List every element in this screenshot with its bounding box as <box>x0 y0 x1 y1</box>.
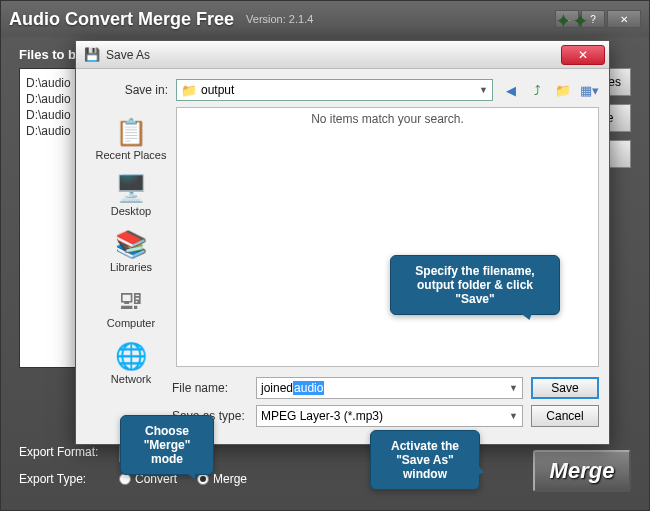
chevron-down-icon[interactable]: ▼ <box>509 383 518 393</box>
place-computer[interactable]: 🖳 Computer <box>86 279 176 333</box>
chevron-down-icon: ▼ <box>479 85 488 95</box>
cancel-button[interactable]: Cancel <box>531 405 599 427</box>
place-recent[interactable]: 📋 Recent Places <box>86 111 176 165</box>
radio-merge-label: Merge <box>213 472 247 486</box>
places-bar: 📋 Recent Places 🖥️ Desktop 📚 Libraries 🖳… <box>86 107 176 367</box>
callout-activate-saveas: Activate the "Save As" window <box>370 430 480 490</box>
dialog-close-button[interactable]: ✕ <box>561 45 605 65</box>
decoration-stars: ✦✦ <box>555 9 589 33</box>
save-as-dialog: 💾 Save As ✕ Save in: 📁 output ▼ ◀ ⤴ 📁 ▦▾… <box>75 40 610 445</box>
app-version: Version: 2.1.4 <box>246 13 313 25</box>
recent-places-icon: 📋 <box>112 115 150 149</box>
save-in-value: output <box>201 83 234 97</box>
save-icon: 💾 <box>84 47 100 63</box>
place-desktop[interactable]: 🖥️ Desktop <box>86 167 176 221</box>
callout-choose-merge: Choose "Merge" mode <box>120 415 214 475</box>
callout-specify-filename: Specify the filename, output folder & cl… <box>390 255 560 315</box>
export-type-label: Export Type: <box>19 472 109 486</box>
save-in-label: Save in: <box>86 83 168 97</box>
app-title: Audio Convert Merge Free <box>9 9 234 30</box>
save-in-combo[interactable]: 📁 output ▼ <box>176 79 493 101</box>
savetype-select[interactable]: MPEG Layer-3 (*.mp3) ▼ <box>256 405 523 427</box>
place-network[interactable]: 🌐 Network <box>86 335 176 389</box>
dialog-title: Save As <box>106 48 150 62</box>
filename-input[interactable]: joined audio ▼ <box>256 377 523 399</box>
main-titlebar: Audio Convert Merge Free Version: 2.1.4 … <box>1 1 649 37</box>
dialog-titlebar[interactable]: 💾 Save As ✕ <box>76 41 609 69</box>
network-icon: 🌐 <box>112 339 150 373</box>
save-button[interactable]: Save <box>531 377 599 399</box>
folder-icon: 📁 <box>181 83 197 98</box>
chevron-down-icon[interactable]: ▼ <box>509 411 518 421</box>
up-folder-icon[interactable]: ⤴ <box>527 80 547 100</box>
close-button[interactable]: ✕ <box>607 10 641 28</box>
back-icon[interactable]: ◀ <box>501 80 521 100</box>
view-menu-icon[interactable]: ▦▾ <box>579 80 599 100</box>
export-format-label: Export Format: <box>19 445 109 459</box>
place-libraries[interactable]: 📚 Libraries <box>86 223 176 277</box>
merge-button[interactable]: Merge <box>533 450 631 492</box>
desktop-icon: 🖥️ <box>112 171 150 205</box>
libraries-icon: 📚 <box>112 227 150 261</box>
computer-icon: 🖳 <box>112 283 150 317</box>
new-folder-icon[interactable]: 📁 <box>553 80 573 100</box>
filename-label: File name: <box>172 381 248 395</box>
empty-message: No items match your search. <box>311 112 464 126</box>
